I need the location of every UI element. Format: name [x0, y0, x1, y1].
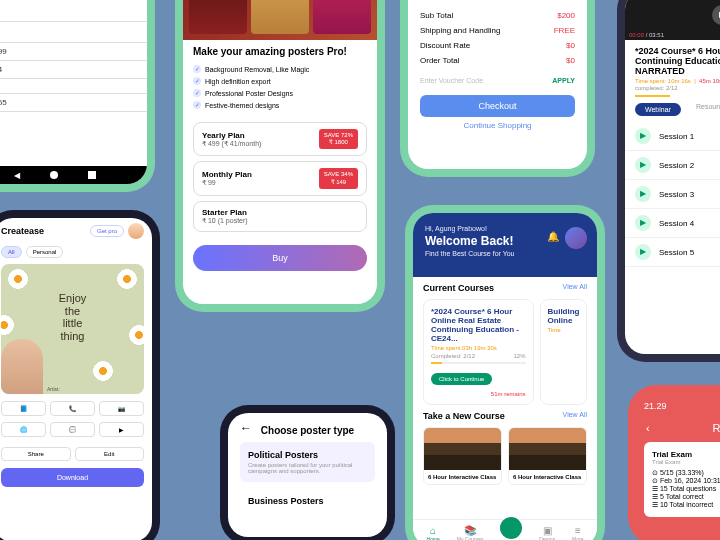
phone-form: a Islam on6/30 (Optional)0/90 99999999 9… [0, 0, 155, 192]
social-chip[interactable]: 📞 [50, 401, 95, 416]
phone-course-player: ▶ 00:00 / 03:51 *2024 Course* 6 Hour Onl… [617, 0, 720, 362]
buy-button[interactable]: Buy [193, 245, 367, 271]
promo-banner: × [183, 0, 377, 40]
nav-demos[interactable]: ▣Demos [539, 525, 555, 540]
course-card[interactable]: Building Online Time [540, 299, 588, 405]
result-header: 21.29●●● [636, 393, 720, 419]
checkout-row: Discount Rate$0 [408, 38, 587, 53]
section-title: Take a New Course [423, 411, 505, 421]
social-chip[interactable]: ▶ [99, 422, 144, 437]
video-player[interactable]: ▶ 00:00 / 03:51 [625, 0, 720, 40]
save-badge: SAVE 72%₹ 1800 [319, 129, 358, 149]
download-button[interactable]: Download [1, 468, 144, 487]
poster-type-political[interactable]: Political Posters Create posters tailore… [240, 442, 375, 482]
phone-createase: Createase Get pro All Personal Enjoythel… [0, 210, 160, 540]
nav-my-courses[interactable]: 📚My Courses [457, 525, 484, 540]
nav-fab[interactable] [500, 517, 522, 539]
stat: 10 Total incorrect [660, 501, 713, 508]
bell-icon[interactable]: 🔔 [547, 231, 559, 242]
continue-button[interactable]: Click to Continue [431, 373, 492, 385]
promo-bullet: ✓Professional Poster Designs [183, 87, 377, 99]
field[interactable]: 15821365 [0, 94, 147, 112]
view-all-link[interactable]: View All [563, 283, 587, 293]
social-chip[interactable]: 💬 [50, 422, 95, 437]
session-item[interactable]: ▶Session 5 [625, 238, 720, 267]
stat: 15 Total questions [660, 485, 716, 492]
field[interactable]: (Optional)0/90 [0, 22, 147, 43]
bottom-nav: ⌂Home 📚My Courses ▣Demos ≡More [413, 519, 597, 540]
session-item[interactable]: ▶Session 4 [625, 209, 720, 238]
tabs: Webinar Resources [625, 97, 720, 122]
promo-bullet: ✓Background Removal, Like Magic [183, 63, 377, 75]
play-circle-icon: ▶ [635, 157, 651, 173]
social-chip[interactable]: 📷 [99, 401, 144, 416]
field[interactable]: 9291294 [0, 61, 147, 79]
promo-title: Make your amazing posters Pro! [183, 40, 377, 63]
phone-checkout: Includes the Following Courses & Require… [400, 0, 595, 177]
plan-yearly[interactable]: Yearly Plan₹ 499 (₹ 41/month) SAVE 72%₹ … [193, 122, 367, 156]
promo-bullet: ✓Festive-themed designs [183, 99, 377, 111]
promo-bullet: ✓High definition export [183, 75, 377, 87]
session-item[interactable]: ▶Session 3 [625, 180, 720, 209]
plan-starter[interactable]: Starter Plan₹ 10 (1 poster) [193, 201, 367, 232]
date: Feb 16, 2024 10:31 AM (00:02:34) [660, 477, 720, 484]
stat: 5 Total correct [660, 493, 704, 500]
plan-monthly[interactable]: Monthly Plan₹ 99 SAVE 34%₹ 149 [193, 161, 367, 195]
social-chip[interactable]: 🌐 [1, 422, 46, 437]
view-all-link[interactable]: View All [563, 411, 587, 421]
poster-preview[interactable]: Enjoythelittlething Artist: [1, 264, 144, 394]
book-icon: 📚 [457, 525, 484, 536]
artist-label: Artist: [47, 386, 60, 392]
field[interactable]: on6/30 [0, 0, 147, 22]
phone-poster-pro: × Make your amazing posters Pro! ✓Backgr… [175, 0, 385, 312]
voucher-input[interactable]: Enter Voucher Code [420, 77, 483, 84]
edit-button[interactable]: Edit [75, 447, 145, 461]
course-card[interactable]: *2024 Course* 6 Hour Online Real Estate … [423, 299, 534, 405]
continue-shopping-link[interactable]: Continue Shopping [408, 121, 587, 130]
android-nav: ◀ [0, 166, 147, 184]
tab-resources[interactable]: Resources [696, 103, 720, 116]
avatar[interactable] [128, 223, 144, 239]
brand-logo: Createase [1, 226, 44, 236]
remain-label: 51m remains [491, 391, 526, 397]
field[interactable]: (Optional) [0, 79, 147, 94]
course-thumb[interactable]: 6 Hour Interactive Class [423, 427, 502, 485]
nav-home[interactable]: ⌂Home [426, 525, 439, 540]
session-item[interactable]: ▶Session 1 [625, 122, 720, 151]
course-meta: Time spent: 10m 16s | 45m 10s left [625, 78, 720, 84]
phone-result: 21.29●●● ‹ Result Trial Exam Trial Exam … [628, 385, 720, 540]
course-title: *2024 Course* 6 Hour Online Real Estate … [625, 40, 720, 78]
checkout-button[interactable]: Checkout [420, 95, 575, 117]
social-chip[interactable]: 📘 [1, 401, 46, 416]
tab-webinar[interactable]: Webinar [635, 103, 681, 116]
checkout-row: Order Total$0 [408, 53, 587, 68]
apply-button[interactable]: APPLY [552, 77, 575, 84]
play-circle-icon: ▶ [635, 215, 651, 231]
home-icon: ⌂ [426, 525, 439, 536]
filter-all[interactable]: All [1, 246, 22, 258]
demo-icon: ▣ [539, 525, 555, 536]
back-arrow-icon[interactable]: ‹ [646, 422, 650, 434]
poster-type-business[interactable]: Business Posters [240, 488, 375, 514]
course-thumb[interactable]: 6 Hour Interactive Class [508, 427, 587, 485]
phone-poster-type: ← Choose poster type Political Posters C… [220, 405, 395, 540]
phone-courses-home: Hi, Agung Prabowo! Welcome Back! Find th… [405, 205, 605, 540]
play-circle-icon: ▶ [635, 244, 651, 260]
session-item[interactable]: ▶Session 2 [625, 151, 720, 180]
page-title: ‹ Result [636, 419, 720, 442]
nav-more[interactable]: ≡More [572, 525, 583, 540]
welcome-header: Hi, Agung Prabowo! Welcome Back! Find th… [413, 213, 597, 277]
avatar[interactable] [565, 227, 587, 249]
score: 5/15 (33.33%) [660, 469, 704, 476]
get-pro-button[interactable]: Get pro [90, 225, 124, 237]
play-icon[interactable]: ▶ [712, 5, 720, 25]
field[interactable]: 99999999 [0, 43, 147, 61]
section-title: Current Courses [423, 283, 494, 293]
share-button[interactable]: Share [1, 447, 71, 461]
artist-photo [1, 339, 43, 394]
play-circle-icon: ▶ [635, 186, 651, 202]
exam-name: Trial Exam [652, 450, 720, 459]
filter-personal[interactable]: Personal [26, 246, 64, 258]
completed-label: completed: 2/12 [625, 84, 720, 95]
more-icon: ≡ [572, 525, 583, 536]
